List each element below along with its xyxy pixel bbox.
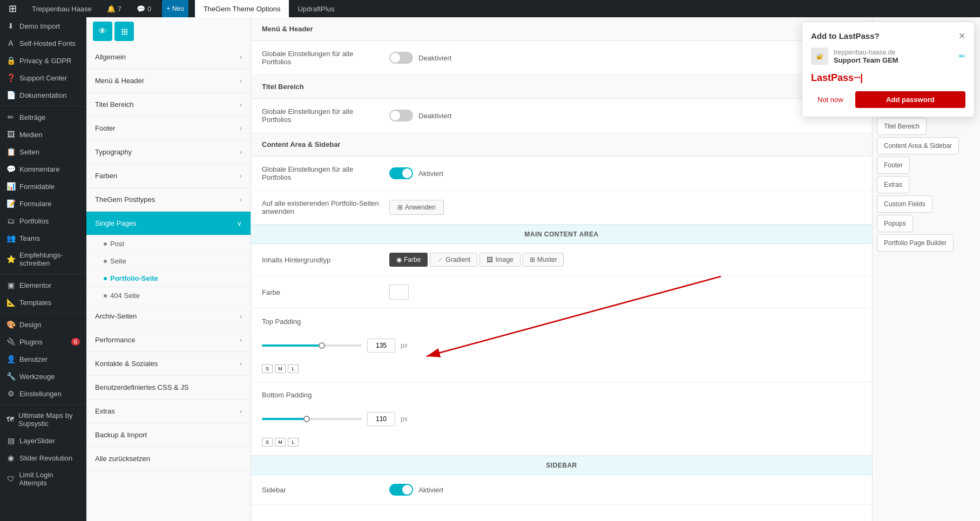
panel-item-titel-bereich[interactable]: Titel Bereich › (86, 93, 251, 117)
sidebar-item-formulare[interactable]: 📝 Formulare (0, 195, 86, 212)
panel-item-typography[interactable]: Typography › (86, 140, 251, 164)
sidebar-item-kommentare[interactable]: 💬 Kommentare (0, 160, 86, 178)
sidebar-item-empfehlungen[interactable]: ⭐ Empfehlungs-schreiben (0, 247, 86, 272)
section-row-menu: Globale Einstellungen für alle Portfolio… (251, 41, 872, 75)
sub-item-seite[interactable]: Seite (86, 253, 251, 270)
bp-size-small-icon[interactable]: S (262, 438, 273, 446)
nav-tab-thegem[interactable]: TheGem Theme Options (195, 0, 289, 17)
toggle-titel-switch[interactable] (389, 110, 413, 121)
arrow-right-icon3: › (240, 101, 242, 109)
sidebar-item-plugins[interactable]: 🔌 Plugins 6 (0, 333, 86, 350)
panel-item-css-js[interactable]: Benutzerdefiniertes CSS & JS (86, 376, 251, 400)
top-padding-thumb[interactable] (319, 342, 325, 349)
main-content-area-bar: MAIN CONTENT AREA (251, 225, 872, 244)
bottom-padding-input[interactable] (367, 412, 395, 426)
arrow-right-icon7: › (240, 196, 242, 204)
lastpass-add-password-button[interactable]: Add password (855, 91, 965, 108)
panel-item-archiv[interactable]: Archiv-Seiten › (86, 305, 251, 328)
wp-logo[interactable]: ⊞ (4, 0, 21, 17)
nav-tab-updraftplus[interactable]: UpdraftPlus (289, 0, 343, 17)
sidebar-item-werkzeuge[interactable]: 🔧 Werkzeuge (0, 368, 86, 385)
sub-item-404[interactable]: 404 Seite (86, 287, 251, 305)
top-padding-input[interactable] (367, 339, 395, 353)
sidebar-item-elementor[interactable]: ▣ Elementor (0, 276, 86, 294)
scroll-btn-popups[interactable]: Popups (877, 215, 913, 232)
scroll-btn-custom-fields[interactable]: Custom Fields (877, 195, 932, 213)
sub-item-portfolio[interactable]: Portfolio-Seite (86, 270, 251, 287)
sidebar-item-portfolios[interactable]: 🗂 Portfolios (0, 212, 86, 229)
bottom-padding-thumb[interactable] (303, 416, 310, 422)
panel-item-footer[interactable]: Footer › (86, 117, 251, 140)
seiten-icon: 📋 (6, 147, 15, 156)
scroll-btn-content-area[interactable]: Content Area & Sidebar (877, 137, 959, 154)
sidebar-item-einstellungen[interactable]: ⚙ Einstellungen (0, 385, 86, 402)
scroll-btn-portfolio-builder[interactable]: Portfolio Page Builder (877, 234, 954, 252)
sidebar-item-benutzer[interactable]: 👤 Benutzer (0, 350, 86, 368)
adminbar-notif[interactable]: 🔔 7 (103, 0, 126, 17)
panel-item-posttypes[interactable]: TheGem Posttypes › (86, 188, 251, 212)
bg-btn-image[interactable]: 🖼 Image (479, 253, 520, 267)
sidebar-item-design[interactable]: 🎨 Design (0, 316, 86, 333)
panel-item-farben[interactable]: Farben › (86, 164, 251, 188)
toggle-menu-switch[interactable] (389, 52, 413, 64)
scroll-btn-titel-bereich[interactable]: Titel Bereich (877, 118, 927, 135)
sidebar-item-medien[interactable]: 🖼 Medien (0, 126, 86, 143)
arrow-right-icon11: › (240, 408, 242, 415)
panel-item-performance[interactable]: Performance › (86, 328, 251, 352)
adminbar-comments[interactable]: 💬 0 (132, 0, 156, 17)
adminbar-site[interactable]: Treppenbau Haase (28, 0, 96, 17)
adminbar-new[interactable]: + Neu (162, 0, 188, 17)
sidebar-item-ultimate-maps[interactable]: 🗺 Ultimate Maps by Supsystic (0, 407, 86, 432)
size-small-icon[interactable]: S (262, 364, 273, 373)
apply-button[interactable]: ⊞ Anwenden (389, 200, 444, 215)
portfolios-icon: 🗂 (6, 216, 15, 225)
arrow-right-icon10: › (240, 360, 242, 368)
panel-item-single-pages[interactable]: Single Pages ∨ (86, 212, 251, 235)
sidebar-item-docs[interactable]: 📄 Dokumentation (0, 86, 86, 104)
bottom-padding-size-icons: S M L (262, 438, 299, 446)
sidebar-item-templates[interactable]: 📐 Templates (0, 294, 86, 311)
scroll-btn-footer[interactable]: Footer (877, 157, 910, 174)
preview-icon-btn[interactable]: 👁 (93, 22, 112, 41)
sidebar-item-self-hosted-fonts[interactable]: A Self-Hosted Fonts (0, 35, 86, 52)
sub-item-post[interactable]: Post (86, 235, 251, 253)
top-padding-track[interactable] (262, 344, 362, 347)
werkzeuge-icon: 🔧 (6, 372, 15, 381)
size-large-icon[interactable]: L (288, 364, 299, 373)
top-padding-size-icons: S M L (262, 364, 299, 373)
sidebar-item-beitraege[interactable]: ✏ Beiträge (0, 109, 86, 126)
sidebar-item-slider-revolution[interactable]: ◉ Slider Revolution (0, 449, 86, 466)
bg-btn-muster[interactable]: ⊞ Muster (523, 253, 564, 267)
panel-item-reset[interactable]: Alle zurücksetzen (86, 447, 251, 471)
lastpass-close-button[interactable]: ✕ (958, 31, 965, 41)
bp-size-medium-icon[interactable]: M (275, 438, 286, 446)
color-swatch[interactable] (389, 285, 409, 300)
sidebar-item-formidable[interactable]: 📊 Formidable (0, 178, 86, 195)
lastpass-edit-icon[interactable]: ✏ (959, 52, 965, 60)
toggle-content-switch[interactable] (389, 167, 413, 179)
size-medium-icon[interactable]: M (275, 364, 286, 373)
sidebar-item-seiten[interactable]: 📋 Seiten (0, 143, 86, 160)
lastpass-actions: Not now Add password (811, 91, 965, 108)
scroll-btn-extras[interactable]: Extras (877, 176, 909, 193)
sidebar-item-demo-import[interactable]: ⬇ Demo Import (0, 17, 86, 35)
sidebar-item-privacy[interactable]: 🔒 Privacy & GDPR (0, 52, 86, 69)
panel-item-extras[interactable]: Extras › (86, 400, 251, 423)
toggle-sidebar-switch[interactable] (389, 484, 413, 496)
einstellungen-icon: ⚙ (6, 389, 15, 398)
panel-item-backup[interactable]: Backup & Import (86, 423, 251, 447)
panel-item-allgemein[interactable]: Allgemein › (86, 45, 251, 69)
panel-item-menu-header[interactable]: Menü & Header › (86, 69, 251, 93)
sidebar-item-layer-slider[interactable]: ▤ LayerSlider (0, 432, 86, 449)
bg-btn-gradient[interactable]: ⟋ Gradient (430, 253, 477, 267)
bottom-padding-track[interactable] (262, 418, 362, 420)
lastpass-not-now-button[interactable]: Not now (811, 91, 850, 108)
sidebar-item-limit-login[interactable]: 🛡 Limit Login Attempts (0, 466, 86, 491)
bp-size-large-icon[interactable]: L (288, 438, 299, 446)
settings-icon-btn[interactable]: ⊞ (114, 22, 134, 41)
bg-btn-farbe[interactable]: ◉ Farbe (389, 253, 428, 267)
sidebar-item-support[interactable]: ❓ Support Center (0, 69, 86, 86)
panel-item-kontakte[interactable]: Kontakte & Soziales › (86, 352, 251, 376)
lastpass-site-logo: 🔐 (811, 48, 828, 65)
sidebar-item-teams[interactable]: 👥 Teams (0, 229, 86, 247)
